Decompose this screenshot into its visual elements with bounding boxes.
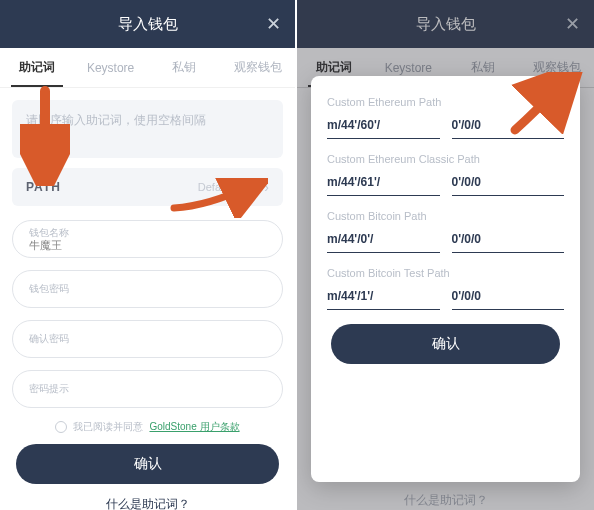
tab-watch[interactable]: 观察钱包: [221, 48, 295, 87]
field-label: 确认密码: [29, 333, 266, 345]
path-selector[interactable]: PATH Default Path ›: [12, 168, 283, 206]
password-hint-field[interactable]: 密码提示: [12, 370, 283, 408]
sheet-section-title: Custom Ethereum Classic Path: [327, 153, 564, 165]
form-body: 请顺序输入助记词，使用空格间隔 PATH Default Path › 钱包名称…: [0, 88, 295, 510]
field-label: 密码提示: [29, 383, 266, 395]
path-suffix-input[interactable]: 0'/0/0: [452, 116, 565, 139]
path-suffix-input[interactable]: 0'/0/0: [452, 287, 565, 310]
wallet-password-field[interactable]: 钱包密码: [12, 270, 283, 308]
tos-row[interactable]: 我已阅读并同意 GoldStone 用户条款: [12, 420, 283, 434]
path-suffix-input[interactable]: 0'/0/0: [452, 230, 565, 253]
screen-path-modal: 导入钱包 ✕ 助记词 Keystore 私钥 观察钱包 确认 什么是助记词？ C…: [297, 0, 594, 510]
path-prefix-input[interactable]: m/44'/61'/: [327, 173, 440, 196]
tab-mnemonic[interactable]: 助记词: [0, 48, 74, 87]
path-prefix-input[interactable]: m/44'/60'/: [327, 116, 440, 139]
path-prefix-input[interactable]: m/44'/0'/: [327, 230, 440, 253]
close-icon[interactable]: ✕: [266, 13, 281, 35]
sheet-confirm-button[interactable]: 确认: [331, 324, 560, 364]
path-prefix-input[interactable]: m/44'/1'/: [327, 287, 440, 310]
tab-privatekey[interactable]: 私钥: [148, 48, 222, 87]
field-label: 钱包密码: [29, 283, 266, 295]
help-link[interactable]: 什么是助记词？: [12, 496, 283, 510]
mnemonic-textarea[interactable]: 请顺序输入助记词，使用空格间隔: [12, 100, 283, 158]
tos-prefix: 我已阅读并同意: [73, 420, 143, 434]
tab-bar: 助记词 Keystore 私钥 观察钱包: [0, 48, 295, 88]
sheet-section-title: Custom Ethereum Path: [327, 96, 564, 108]
help-link[interactable]: 什么是助记词？: [309, 492, 582, 509]
chevron-right-icon: ›: [264, 179, 269, 195]
tab-keystore[interactable]: Keystore: [74, 48, 148, 87]
checkbox-icon[interactable]: [55, 421, 67, 433]
path-sheet: Custom Ethereum Path m/44'/60'/ 0'/0/0 C…: [311, 76, 580, 482]
field-value: 牛魔王: [29, 239, 266, 252]
wallet-name-field[interactable]: 钱包名称 牛魔王: [12, 220, 283, 258]
sheet-section-title: Custom Bitcoin Test Path: [327, 267, 564, 279]
page-title: 导入钱包: [416, 15, 476, 34]
tos-link[interactable]: GoldStone 用户条款: [149, 420, 239, 434]
header: 导入钱包 ✕: [0, 0, 295, 48]
path-suffix-input[interactable]: 0'/0/0: [452, 173, 565, 196]
header: 导入钱包 ✕: [297, 0, 594, 48]
path-label: PATH: [26, 180, 61, 194]
page-title: 导入钱包: [118, 15, 178, 34]
field-label: 钱包名称: [29, 227, 266, 239]
confirm-password-field[interactable]: 确认密码: [12, 320, 283, 358]
path-value: Default Path: [198, 181, 259, 193]
close-icon[interactable]: ✕: [565, 13, 580, 35]
screen-import-main: 导入钱包 ✕ 助记词 Keystore 私钥 观察钱包 请顺序输入助记词，使用空…: [0, 0, 297, 510]
confirm-button[interactable]: 确认: [16, 444, 279, 484]
sheet-section-title: Custom Bitcoin Path: [327, 210, 564, 222]
